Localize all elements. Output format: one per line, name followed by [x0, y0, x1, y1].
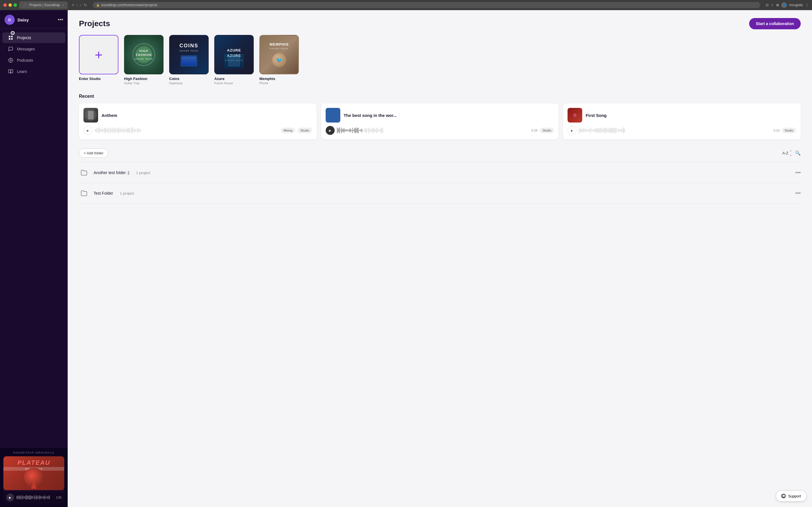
sidebar-item-learn[interactable]: Learn	[2, 66, 65, 77]
cast-icon[interactable]: ⊡	[766, 3, 769, 7]
close-window-btn[interactable]	[3, 3, 7, 7]
search-icon[interactable]: 🔍	[795, 151, 801, 156]
url-display: soundtrap.com/home/creator/projects	[101, 3, 157, 7]
start-collaboration-button[interactable]: Start a collaboration	[749, 18, 801, 29]
high-fashion-thumb: HIGHFASHION SOUND PACK	[124, 35, 163, 74]
firstsong-name: First Song	[586, 113, 606, 118]
plateau-card[interactable]: PLATEAU SOUND PACK ▶ 1:55	[3, 456, 64, 504]
address-bar[interactable]: 🔒 soundtrap.com/home/creator/projects	[93, 2, 760, 8]
messages-icon	[8, 47, 13, 52]
projects-content: + Enter Studio HIGHFASHION SOUND PACK	[68, 35, 812, 215]
folder-row-another-test[interactable]: Another test folder :) 1 project •••	[79, 163, 801, 183]
bestsong-thumbnail	[326, 108, 340, 122]
coins-thumb: COINS SOUND PACK	[169, 35, 209, 74]
bestsong-tag-studio[interactable]: Studio	[540, 128, 554, 133]
firstsong-controls: ▶ 0:18 Studio	[567, 126, 796, 135]
bestsong-play-btn[interactable]: ▶	[326, 126, 335, 135]
template-high-fashion[interactable]: HIGHFASHION SOUND PACK High Fashion Guit…	[124, 35, 163, 85]
maximize-window-btn[interactable]	[13, 3, 17, 7]
anthem-tag-studio[interactable]: Studio	[297, 128, 312, 133]
sidebar-item-learn-label: Learn	[17, 69, 27, 74]
recent-card-firstsong[interactable]: 🌺 First Song ▶ 0:18 Studio	[563, 103, 801, 139]
bestsong-duration: 0:28	[531, 129, 538, 132]
anthem-controls: ▶ Mixing Studio	[84, 126, 312, 135]
memphis-label: Memphis	[259, 76, 299, 81]
avatar[interactable]: D	[4, 15, 15, 25]
firstsong-thumbnail: 🌺	[567, 108, 582, 122]
svg-point-1	[10, 60, 11, 61]
back-btn[interactable]: ‹	[77, 3, 78, 7]
folder-list: Another test folder :) 1 project ••• Tes…	[79, 162, 801, 204]
minimize-window-btn[interactable]	[8, 3, 12, 7]
sort-az-button[interactable]: A-Z ⌃⌄	[782, 150, 792, 156]
bestsong-controls: ▶ 0:28 Studio	[326, 126, 554, 135]
folder-more-btn-test-folder[interactable]: •••	[795, 190, 801, 196]
sort-controls: A-Z ⌃⌄ 🔍	[782, 150, 801, 156]
anthem-play-btn[interactable]: ▶	[84, 126, 93, 135]
coins-genre: Hyperpop	[169, 81, 209, 85]
main-content-area: Projects Start a collaboration + Enter S…	[68, 10, 812, 507]
azure-genre: Future House	[214, 81, 254, 85]
tab-close-btn[interactable]: ×	[62, 4, 64, 7]
user-more-btn[interactable]: •••	[58, 17, 63, 23]
folder-count-another-test: 1 project	[136, 171, 150, 175]
browser-navigation: ‹ › ↻	[77, 3, 87, 7]
add-folder-button[interactable]: + Add folder	[79, 149, 108, 158]
bestsong-name: The best song in the wor...	[344, 113, 397, 118]
memphis-thumb: MEMPHIS SOUND PACK 🐦	[259, 35, 299, 74]
waveform-sm	[16, 495, 54, 500]
recent-card-anthem[interactable]: Anthem ▶ Mixing Studio	[79, 103, 317, 139]
recent-card-bestsong[interactable]: The best song in the wor... ▶ 0:28 Studi…	[321, 103, 559, 139]
support-icon: 💬	[781, 494, 786, 498]
cursor-indicator	[11, 31, 15, 35]
play-button-sm[interactable]: ▶	[6, 494, 14, 501]
sidebar-item-podcasts[interactable]: Podcasts	[2, 55, 65, 66]
template-coins[interactable]: COINS SOUND PACK Coins Hyperpop	[169, 35, 209, 85]
sidebar-navigation: Projects Messages Podcasts Learn	[0, 29, 68, 448]
firstsong-duration: 0:18	[773, 129, 779, 132]
tab-title: Projects | Soundtrap	[29, 3, 60, 7]
folder-name-test-folder: Test Folder	[94, 191, 113, 195]
sidebar-item-messages[interactable]: Messages	[2, 44, 65, 54]
page-header: Projects Start a collaboration	[68, 10, 812, 35]
firstsong-tag-studio[interactable]: Studio	[782, 128, 796, 133]
templates-row: + Enter Studio HIGHFASHION SOUND PACK	[79, 35, 801, 85]
browser-toolbar: ⊡ ☆ ⊞ 👤 Incognito ⋮	[766, 2, 809, 8]
enter-studio-label: Enter Studio	[79, 76, 118, 81]
originals-label: SOUNDTRAP ORIGINALS	[3, 451, 64, 454]
extensions-icon[interactable]: ⊞	[776, 3, 779, 7]
anthem-thumbnail	[84, 108, 98, 122]
forward-btn[interactable]: ›	[80, 3, 82, 7]
incognito-label: Incognito	[789, 3, 803, 7]
template-enter-studio[interactable]: + Enter Studio	[79, 35, 118, 85]
enter-studio-thumb: +	[79, 35, 118, 74]
support-button[interactable]: 💬 Support	[776, 491, 806, 501]
bestsong-waveform	[337, 126, 529, 134]
recent-card-top-firstsong: 🌺 First Song	[567, 108, 796, 122]
username-label: Daisy	[17, 17, 29, 22]
template-azure[interactable]: AZUREAZURE SOUND PACK Azure Future House	[214, 35, 254, 85]
anthem-waveform	[95, 126, 278, 134]
podcasts-icon	[8, 58, 13, 63]
firstsong-waveform	[579, 126, 771, 134]
browser-tab[interactable]: 🎵 Projects | Soundtrap ×	[19, 1, 68, 9]
browser-chrome: 🎵 Projects | Soundtrap × + ‹ › ↻ 🔒 sound…	[0, 0, 812, 10]
recent-row: Anthem ▶ Mixing Studio The best song in …	[79, 103, 801, 139]
profile-icon[interactable]: 👤	[781, 2, 787, 8]
new-tab-btn[interactable]: +	[71, 3, 74, 8]
folder-row-test-folder[interactable]: Test Folder 1 project •••	[79, 183, 801, 204]
sort-chevron-icon: ⌃⌄	[790, 150, 792, 156]
sidebar: D Daisy ••• Projects Messages	[0, 10, 68, 507]
high-fashion-genre: Guitar Trap	[124, 81, 163, 85]
reload-btn[interactable]: ↻	[84, 3, 87, 7]
firstsong-play-btn[interactable]: ▶	[567, 126, 576, 135]
azure-thumb: AZUREAZURE SOUND PACK	[214, 35, 254, 74]
coins-label: Coins	[169, 76, 209, 81]
template-memphis[interactable]: MEMPHIS SOUND PACK 🐦 Memphis Phonk	[259, 35, 299, 85]
learn-icon	[8, 69, 13, 74]
bookmark-icon[interactable]: ☆	[771, 3, 774, 7]
folder-more-btn-another-test[interactable]: •••	[795, 170, 801, 176]
duration-sm: 1:55	[56, 496, 61, 499]
menu-icon[interactable]: ⋮	[805, 3, 809, 7]
user-profile-section: D Daisy •••	[0, 10, 68, 29]
